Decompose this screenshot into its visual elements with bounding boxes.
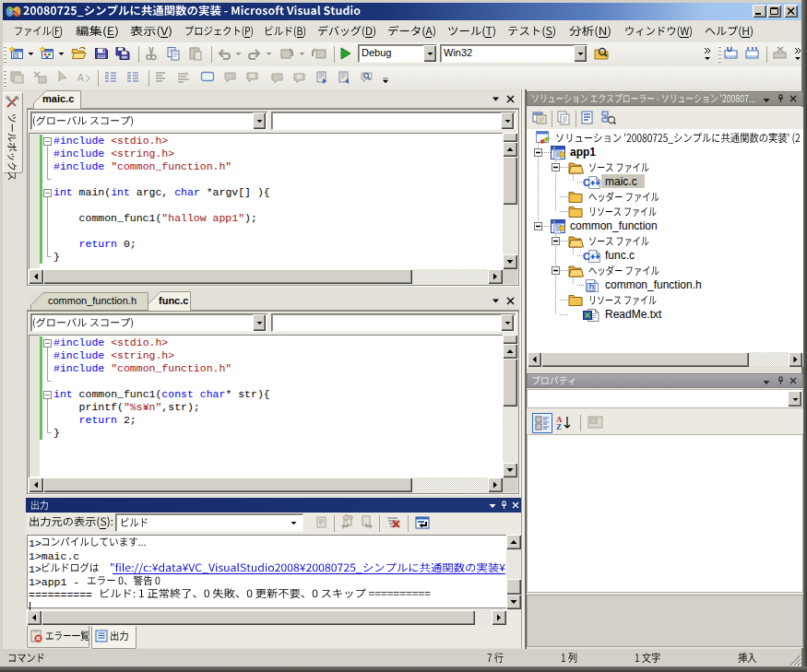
svg-text:Z: Z xyxy=(556,422,562,431)
svg-text:C: C xyxy=(583,177,590,188)
svg-text:h: h xyxy=(589,281,595,291)
svg-text:C: C xyxy=(583,251,590,262)
svg-text:A: A xyxy=(77,73,84,83)
